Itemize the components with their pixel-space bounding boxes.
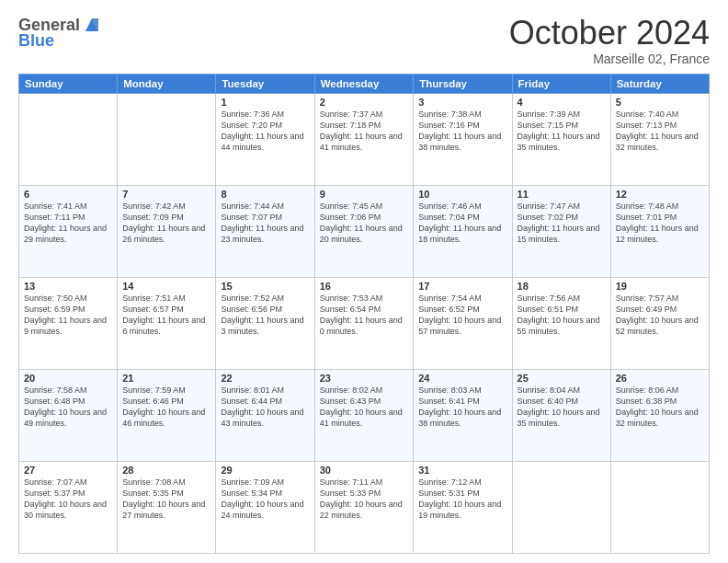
day-number: 9 [320, 189, 409, 200]
day-number: 6 [24, 189, 112, 200]
calendar-cell: 14Sunrise: 7:51 AMSunset: 6:57 PMDayligh… [118, 277, 216, 369]
calendar-cell: 13Sunrise: 7:50 AMSunset: 6:59 PMDayligh… [19, 277, 118, 369]
day-number: 18 [518, 281, 606, 292]
day-info: Sunrise: 7:48 AMSunset: 7:01 PMDaylight:… [616, 201, 704, 246]
day-number: 29 [221, 465, 309, 476]
day-info: Sunrise: 7:44 AMSunset: 7:07 PMDaylight:… [221, 201, 309, 246]
day-number: 26 [616, 373, 704, 384]
day-number: 13 [24, 281, 112, 292]
day-info: Sunrise: 8:02 AMSunset: 6:43 PMDaylight:… [320, 385, 409, 430]
logo-icon [82, 15, 102, 35]
day-header-wednesday: Wednesday [314, 74, 414, 93]
day-header-friday: Friday [512, 74, 610, 93]
day-number: 8 [221, 189, 309, 200]
day-number: 5 [616, 97, 704, 108]
day-info: Sunrise: 8:04 AMSunset: 6:40 PMDaylight:… [518, 385, 606, 430]
day-info: Sunrise: 7:46 AMSunset: 7:04 PMDaylight:… [418, 201, 506, 246]
day-info: Sunrise: 8:03 AMSunset: 6:41 PMDaylight:… [418, 385, 506, 430]
calendar-week-2: 13Sunrise: 7:50 AMSunset: 6:59 PMDayligh… [19, 277, 710, 369]
day-number: 14 [122, 281, 210, 292]
day-number: 15 [221, 281, 309, 292]
calendar-cell: 16Sunrise: 7:53 AMSunset: 6:54 PMDayligh… [314, 277, 414, 369]
day-number: 19 [616, 281, 704, 292]
day-info: Sunrise: 7:07 AMSunset: 5:37 PMDaylight:… [24, 477, 112, 522]
day-number: 11 [518, 189, 606, 200]
calendar-cell: 20Sunrise: 7:58 AMSunset: 6:48 PMDayligh… [19, 369, 118, 461]
calendar-cell [512, 461, 610, 553]
location: Marseille 02, France [509, 52, 710, 66]
calendar-cell: 22Sunrise: 8:01 AMSunset: 6:44 PMDayligh… [216, 369, 314, 461]
day-info: Sunrise: 7:45 AMSunset: 7:06 PMDaylight:… [320, 201, 409, 246]
day-info: Sunrise: 7:40 AMSunset: 7:13 PMDaylight:… [616, 109, 704, 154]
calendar-cell: 29Sunrise: 7:09 AMSunset: 5:34 PMDayligh… [216, 461, 314, 553]
day-info: Sunrise: 7:11 AMSunset: 5:33 PMDaylight:… [320, 477, 409, 522]
calendar-page: General Blue October 2024 Marseille 02, … [0, 0, 728, 563]
calendar-cell: 19Sunrise: 7:57 AMSunset: 6:49 PMDayligh… [610, 277, 709, 369]
day-info: Sunrise: 7:54 AMSunset: 6:52 PMDaylight:… [418, 293, 506, 338]
day-number: 25 [518, 373, 606, 384]
day-info: Sunrise: 7:42 AMSunset: 7:09 PMDaylight:… [122, 201, 210, 246]
calendar-header-row: SundayMondayTuesdayWednesdayThursdayFrid… [19, 74, 710, 93]
calendar-cell: 1Sunrise: 7:36 AMSunset: 7:20 PMDaylight… [216, 93, 314, 185]
day-info: Sunrise: 7:59 AMSunset: 6:46 PMDaylight:… [122, 385, 210, 430]
calendar-cell: 28Sunrise: 7:08 AMSunset: 5:35 PMDayligh… [118, 461, 216, 553]
calendar-cell: 6Sunrise: 7:41 AMSunset: 7:11 PMDaylight… [19, 185, 118, 277]
day-info: Sunrise: 7:08 AMSunset: 5:35 PMDaylight:… [122, 477, 210, 522]
calendar-cell: 31Sunrise: 7:12 AMSunset: 5:31 PMDayligh… [414, 461, 512, 553]
calendar-week-4: 27Sunrise: 7:07 AMSunset: 5:37 PMDayligh… [19, 461, 710, 553]
day-info: Sunrise: 7:47 AMSunset: 7:02 PMDaylight:… [518, 201, 606, 246]
calendar-cell: 12Sunrise: 7:48 AMSunset: 7:01 PMDayligh… [610, 185, 709, 277]
day-number: 28 [122, 465, 210, 476]
day-info: Sunrise: 7:39 AMSunset: 7:15 PMDaylight:… [518, 109, 606, 154]
calendar-cell: 18Sunrise: 7:56 AMSunset: 6:51 PMDayligh… [512, 277, 610, 369]
calendar-cell: 15Sunrise: 7:52 AMSunset: 6:56 PMDayligh… [216, 277, 314, 369]
day-number: 16 [320, 281, 409, 292]
day-info: Sunrise: 7:57 AMSunset: 6:49 PMDaylight:… [616, 293, 704, 338]
calendar-cell: 30Sunrise: 7:11 AMSunset: 5:33 PMDayligh… [314, 461, 414, 553]
calendar-cell [118, 93, 216, 185]
day-number: 3 [418, 97, 506, 108]
month-title: October 2024 [509, 15, 710, 52]
calendar-cell: 21Sunrise: 7:59 AMSunset: 6:46 PMDayligh… [118, 369, 216, 461]
day-info: Sunrise: 7:50 AMSunset: 6:59 PMDaylight:… [24, 293, 112, 338]
day-header-tuesday: Tuesday [216, 74, 314, 93]
header: General Blue October 2024 Marseille 02, … [18, 15, 710, 66]
calendar-table: SundayMondayTuesdayWednesdayThursdayFrid… [18, 74, 710, 554]
day-number: 7 [122, 189, 210, 200]
day-info: Sunrise: 7:12 AMSunset: 5:31 PMDaylight:… [418, 477, 506, 522]
calendar-cell: 17Sunrise: 7:54 AMSunset: 6:52 PMDayligh… [414, 277, 512, 369]
calendar-cell [19, 93, 118, 185]
calendar-cell: 7Sunrise: 7:42 AMSunset: 7:09 PMDaylight… [118, 185, 216, 277]
calendar-week-0: 1Sunrise: 7:36 AMSunset: 7:20 PMDaylight… [19, 93, 710, 185]
day-number: 22 [221, 373, 309, 384]
calendar-cell: 5Sunrise: 7:40 AMSunset: 7:13 PMDaylight… [610, 93, 709, 185]
calendar-cell: 3Sunrise: 7:38 AMSunset: 7:16 PMDaylight… [414, 93, 512, 185]
day-number: 4 [518, 97, 606, 108]
day-info: Sunrise: 7:51 AMSunset: 6:57 PMDaylight:… [122, 293, 210, 338]
day-header-monday: Monday [118, 74, 216, 93]
calendar-cell: 27Sunrise: 7:07 AMSunset: 5:37 PMDayligh… [19, 461, 118, 553]
calendar-cell: 10Sunrise: 7:46 AMSunset: 7:04 PMDayligh… [414, 185, 512, 277]
day-number: 31 [418, 465, 506, 476]
day-number: 17 [418, 281, 506, 292]
day-info: Sunrise: 7:58 AMSunset: 6:48 PMDaylight:… [24, 385, 112, 430]
day-info: Sunrise: 7:38 AMSunset: 7:16 PMDaylight:… [418, 109, 506, 154]
calendar-cell: 23Sunrise: 8:02 AMSunset: 6:43 PMDayligh… [314, 369, 414, 461]
day-info: Sunrise: 7:37 AMSunset: 7:18 PMDaylight:… [320, 109, 409, 154]
day-number: 27 [24, 465, 112, 476]
day-number: 24 [418, 373, 506, 384]
calendar-cell: 26Sunrise: 8:06 AMSunset: 6:38 PMDayligh… [610, 369, 709, 461]
calendar-cell: 11Sunrise: 7:47 AMSunset: 7:02 PMDayligh… [512, 185, 610, 277]
day-header-sunday: Sunday [19, 74, 118, 93]
day-number: 1 [221, 97, 309, 108]
day-info: Sunrise: 8:01 AMSunset: 6:44 PMDaylight:… [221, 385, 309, 430]
day-info: Sunrise: 8:06 AMSunset: 6:38 PMDaylight:… [616, 385, 704, 430]
day-info: Sunrise: 7:36 AMSunset: 7:20 PMDaylight:… [221, 109, 309, 154]
day-number: 10 [418, 189, 506, 200]
day-info: Sunrise: 7:56 AMSunset: 6:51 PMDaylight:… [518, 293, 606, 338]
day-info: Sunrise: 7:41 AMSunset: 7:11 PMDaylight:… [24, 201, 112, 246]
day-info: Sunrise: 7:52 AMSunset: 6:56 PMDaylight:… [221, 293, 309, 338]
calendar-cell: 2Sunrise: 7:37 AMSunset: 7:18 PMDaylight… [314, 93, 414, 185]
day-number: 12 [616, 189, 704, 200]
calendar-cell: 25Sunrise: 8:04 AMSunset: 6:40 PMDayligh… [512, 369, 610, 461]
